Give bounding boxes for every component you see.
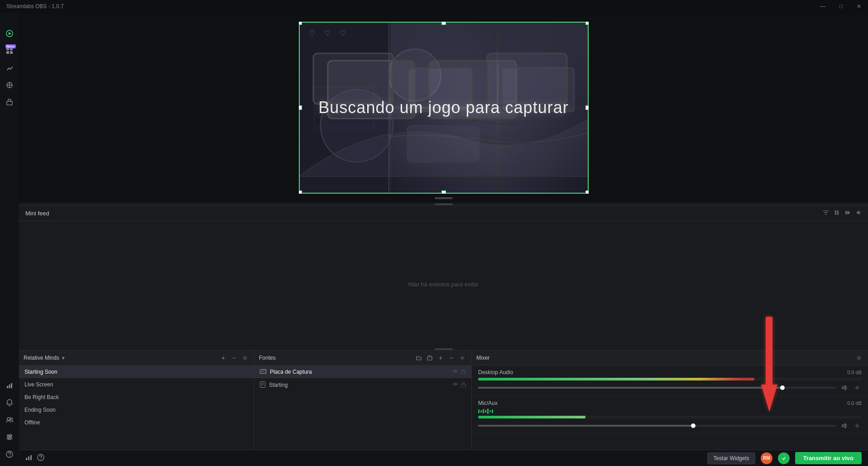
- mini-feed-body: Não há eventos para exibir: [19, 221, 868, 347]
- sources-panel-header: Fontes +: [254, 351, 471, 366]
- mini-feed-skip-icon[interactable]: [844, 209, 851, 217]
- title-bar: Streamlabs OBS - 1.0.7 — □ ✕: [0, 0, 868, 13]
- sources-folder-button[interactable]: [414, 353, 423, 362]
- source-starting-label: Starting: [269, 382, 288, 388]
- mixer-mic-volume-fill: [478, 425, 693, 427]
- eq-bar-7: [492, 409, 493, 413]
- test-widgets-button[interactable]: Testar Widgets: [707, 452, 755, 464]
- sources-panel: Fontes +: [254, 351, 472, 450]
- sidebar-icon-equalizer[interactable]: [2, 430, 17, 444]
- eq-bar-5: [487, 409, 489, 414]
- capture-main-label: Buscando um jogo para capturar: [318, 98, 568, 117]
- svg-rect-9: [9, 385, 10, 388]
- sources-remove-button[interactable]: −: [447, 353, 456, 362]
- sources-add-button[interactable]: +: [436, 353, 445, 362]
- preview-canvas: ♡ ♡ ♡: [299, 22, 589, 194]
- sources-settings-button[interactable]: [458, 353, 467, 362]
- mixer-desktop-controls: [478, 383, 862, 392]
- mixer-settings-button[interactable]: [854, 353, 863, 362]
- sidebar-icon-themes[interactable]: [2, 78, 17, 92]
- svg-rect-46: [260, 382, 265, 388]
- mixer-desktop-volume-slider[interactable]: [478, 387, 836, 389]
- mini-feed-pause-icon[interactable]: [834, 209, 840, 217]
- svg-point-44: [455, 370, 456, 372]
- maximize-button[interactable]: □: [832, 0, 850, 13]
- source-starting-eye-icon[interactable]: [452, 382, 458, 388]
- svg-rect-35: [835, 210, 836, 215]
- red-arrow-head: [761, 385, 777, 412]
- svg-marker-50: [842, 385, 845, 390]
- mixer-channel-desktop: Desktop Audio 0.0 dB: [472, 366, 868, 396]
- user-avatar[interactable]: RM: [761, 452, 772, 464]
- scene-item-be-right-back[interactable]: Be Right Back: [19, 391, 254, 404]
- eq-bar-3: [483, 409, 484, 414]
- minimize-button[interactable]: —: [814, 0, 832, 13]
- eq-bar-4: [485, 410, 486, 413]
- scene-item-offline[interactable]: Offline: [19, 416, 254, 429]
- mixer-mic-mute-button[interactable]: [840, 421, 849, 430]
- svg-rect-56: [30, 455, 32, 460]
- mixer-panel: Mixer Desktop Audio 0.0 dB: [472, 351, 868, 450]
- sidebar-icon-stream[interactable]: [2, 26, 17, 41]
- transmit-live-button[interactable]: Transmitir ao vivo: [795, 452, 862, 464]
- window-controls: — □ ✕: [814, 0, 868, 13]
- bottom-bar-left: [25, 454, 44, 463]
- sidebar-icon-editor[interactable]: [2, 61, 17, 75]
- mini-feed-sound-icon[interactable]: [855, 209, 862, 217]
- svg-rect-4: [6, 51, 9, 54]
- help-bar-icon[interactable]: [37, 454, 44, 463]
- sidebar-icon-community[interactable]: [2, 413, 17, 427]
- mixer-mic-level-fill: [478, 416, 585, 418]
- source-starting-icon: [260, 381, 265, 389]
- bottom-bar-right: Testar Widgets RM Transmitir ao vivo: [707, 452, 862, 464]
- mixer-channel-mic: Mic/Aux 0.0 dB: [472, 396, 868, 434]
- sources-folder2-button[interactable]: [425, 353, 434, 362]
- svg-rect-55: [28, 456, 29, 460]
- preview-resize-handle[interactable]: [435, 197, 453, 199]
- source-item-capture[interactable]: Placa de Captura: [254, 366, 471, 378]
- svg-point-53: [856, 425, 858, 427]
- sidebar-icon-help[interactable]: [2, 447, 17, 461]
- sidebar-icon-stats[interactable]: [2, 378, 17, 393]
- scene-item-starting-soon[interactable]: Starting Soon: [19, 366, 254, 378]
- sidebar-bottom: [2, 378, 17, 466]
- source-starting-lock-icon[interactable]: [461, 382, 466, 388]
- svg-point-42: [461, 357, 463, 359]
- stats-bar-icon[interactable]: [25, 454, 33, 462]
- source-capture-lock-icon[interactable]: [461, 369, 466, 375]
- mini-feed-title: Mini feed: [25, 210, 49, 217]
- mixer-desktop-settings-button[interactable]: [853, 383, 862, 392]
- mixer-mic-settings-button[interactable]: [853, 421, 862, 430]
- source-capture-icon: [260, 369, 266, 375]
- scene-item-ending-soon[interactable]: Ending Soon: [19, 404, 254, 416]
- mixer-mic-volume-slider[interactable]: [478, 425, 836, 427]
- mixer-desktop-mute-button[interactable]: [840, 383, 849, 392]
- scenes-settings-button[interactable]: [240, 353, 249, 362]
- sidebar-icon-scenes[interactable]: Novo: [2, 43, 17, 58]
- app-title: Streamlabs OBS - 1.0.7: [0, 3, 814, 10]
- scenes-panel-header: Relative Minds ▼ + −: [19, 351, 254, 366]
- svg-point-57: [38, 454, 44, 461]
- sidebar-icon-store[interactable]: [2, 95, 17, 109]
- source-item-starting[interactable]: Starting: [254, 378, 471, 392]
- sidebar-icon-notifications[interactable]: [2, 395, 17, 410]
- mixer-desktop-volume-thumb[interactable]: [780, 385, 785, 390]
- svg-point-58: [40, 458, 41, 459]
- scenes-add-button[interactable]: +: [219, 353, 228, 362]
- mixer-mic-header: Mic/Aux 0.0 dB: [478, 400, 862, 406]
- source-capture-actions: [452, 369, 466, 375]
- mixer-mic-volume-thumb[interactable]: [691, 423, 695, 428]
- svg-rect-10: [11, 383, 12, 388]
- scenes-remove-button[interactable]: −: [230, 353, 239, 362]
- scenes-dropdown-arrow: ▼: [61, 356, 66, 361]
- close-button[interactable]: ✕: [850, 0, 868, 13]
- svg-point-11: [7, 418, 10, 420]
- svg-rect-36: [837, 210, 839, 215]
- status-avatar[interactable]: [778, 452, 790, 464]
- svg-marker-39: [857, 210, 859, 215]
- scenes-dropdown[interactable]: Relative Minds ▼: [24, 355, 66, 361]
- scene-item-live-screen[interactable]: Live Screen: [19, 378, 254, 391]
- mini-feed-filter-icon[interactable]: [823, 209, 829, 217]
- mixer-mic-level-bar: [478, 416, 862, 418]
- source-capture-eye-icon[interactable]: [452, 369, 458, 375]
